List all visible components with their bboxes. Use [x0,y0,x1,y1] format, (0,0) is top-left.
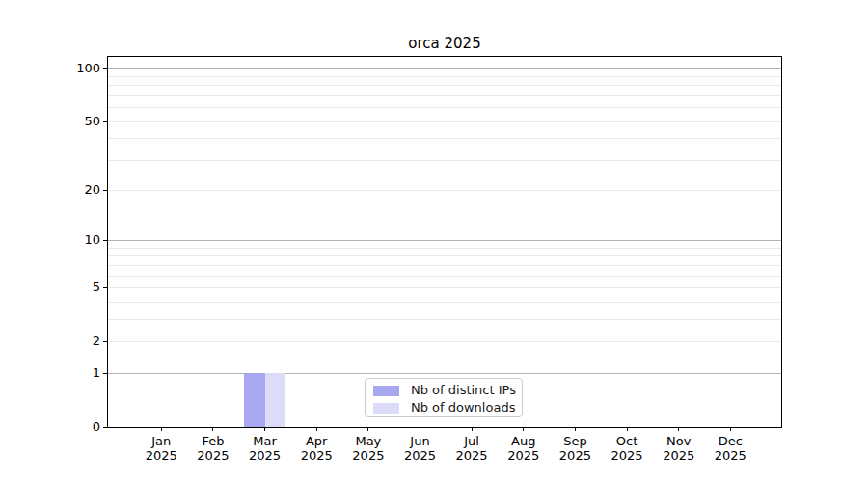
legend-label: Nb of downloads [411,400,515,415]
gridline-minor [108,190,781,191]
gridline-minor [108,248,781,249]
x-tick-year: 2025 [696,448,764,463]
y-tick-mark [103,427,108,428]
chart-title: orca 2025 [108,35,781,52]
bar-distinct-ips [244,373,265,427]
gridline-major [108,68,781,69]
y-tick-mark [103,287,108,288]
y-tick-mark [103,240,108,241]
x-tick-mark [523,427,524,431]
bar-downloads [265,373,286,427]
x-tick-mark [420,427,420,431]
legend: Nb of distinct IPs Nb of downloads [365,378,523,417]
x-tick-mark [367,427,368,431]
legend-entry: Nb of distinct IPs [366,383,522,398]
x-tick-month: Dec [696,434,764,448]
x-tick-mark [161,427,162,431]
gridline-minor [108,95,781,96]
x-tick-mark [264,427,265,431]
gridline-minor [108,121,781,122]
figure: orca 2025 Nb of distinct IPs Nb of downl… [0,0,868,482]
gridline-minor [108,265,781,266]
x-tick-mark [472,427,473,431]
gridline-major [108,240,781,241]
gridline-minor [108,302,781,303]
legend-swatch-downloads [373,403,399,414]
x-tick-mark [316,427,317,431]
y-tick-mark [103,68,108,69]
gridline-major [108,373,781,374]
y-tick-label: 2 [0,334,100,349]
legend-label: Nb of distinct IPs [411,383,516,398]
y-tick-label: 10 [0,232,100,248]
x-tick-label: Dec2025 [696,434,764,463]
x-tick-mark [678,427,679,431]
gridline-minor [108,160,781,161]
gridline-minor [108,287,781,288]
gridline-minor [108,276,781,277]
y-tick-label: 1 [0,365,100,381]
gridline-minor [108,107,781,108]
gridline-minor [108,341,781,342]
y-tick-mark [103,373,108,374]
x-tick-mark [730,427,731,431]
y-tick-mark [103,341,108,342]
legend-entry: Nb of downloads [366,400,522,415]
gridline-minor [108,319,781,320]
gridline-minor [108,138,781,139]
y-tick-mark [103,190,108,191]
gridline-minor [108,76,781,77]
y-tick-label: 0 [0,419,100,435]
x-tick-mark [575,427,576,431]
x-tick-mark [627,427,628,431]
y-tick-label: 20 [0,182,100,198]
y-tick-mark [103,121,108,122]
y-tick-label: 100 [0,61,100,76]
legend-swatch-distinct-ips [373,386,399,396]
gridline-minor [108,255,781,256]
x-tick-mark [212,427,213,431]
y-tick-label: 5 [0,280,100,295]
gridline-minor [108,85,781,86]
plot-area: Nb of distinct IPs Nb of downloads [107,56,782,428]
y-tick-label: 50 [0,114,100,129]
